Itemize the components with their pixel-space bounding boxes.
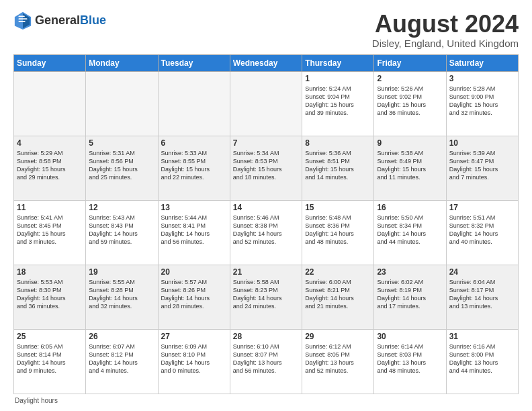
table-cell: 17Sunrise: 5:51 AM Sunset: 8:32 PM Dayli… — [446, 200, 518, 265]
day-info: Sunrise: 6:16 AM Sunset: 8:00 PM Dayligh… — [449, 342, 515, 375]
day-info: Sunrise: 5:29 AM Sunset: 8:58 PM Dayligh… — [17, 149, 83, 182]
day-info: Sunrise: 5:50 AM Sunset: 8:34 PM Dayligh… — [377, 214, 443, 246]
day-number: 11 — [17, 203, 83, 212]
table-cell: 23Sunrise: 6:02 AM Sunset: 8:19 PM Dayli… — [374, 265, 446, 329]
day-info: Sunrise: 5:41 AM Sunset: 8:45 PM Dayligh… — [17, 214, 83, 246]
table-cell: 4Sunrise: 5:29 AM Sunset: 8:58 PM Daylig… — [14, 136, 86, 200]
logo-text: GeneralBlue — [35, 13, 106, 28]
table-cell: 6Sunrise: 5:33 AM Sunset: 8:55 PM Daylig… — [158, 136, 230, 200]
table-cell — [86, 71, 158, 136]
day-number: 1 — [305, 74, 371, 83]
table-cell: 1Sunrise: 5:24 AM Sunset: 9:04 PM Daylig… — [302, 71, 374, 136]
table-cell: 9Sunrise: 5:38 AM Sunset: 8:49 PM Daylig… — [374, 136, 446, 200]
day-number: 23 — [377, 267, 443, 277]
col-saturday: Saturday — [446, 54, 518, 71]
table-cell: 31Sunrise: 6:16 AM Sunset: 8:00 PM Dayli… — [446, 329, 518, 394]
day-info: Sunrise: 5:39 AM Sunset: 8:47 PM Dayligh… — [449, 149, 515, 182]
day-number: 28 — [233, 332, 299, 341]
table-row: 25Sunrise: 6:05 AM Sunset: 8:14 PM Dayli… — [14, 329, 519, 394]
day-info: Sunrise: 5:31 AM Sunset: 8:56 PM Dayligh… — [89, 149, 154, 182]
day-number: 9 — [377, 138, 443, 148]
day-info: Sunrise: 6:00 AM Sunset: 8:21 PM Dayligh… — [305, 278, 371, 311]
col-friday: Friday — [374, 54, 446, 71]
calendar-table: Sunday Monday Tuesday Wednesday Thursday… — [13, 54, 519, 394]
day-number: 22 — [305, 267, 371, 277]
table-cell: 20Sunrise: 5:57 AM Sunset: 8:26 PM Dayli… — [158, 265, 230, 329]
day-number: 13 — [161, 203, 227, 212]
table-cell: 29Sunrise: 6:12 AM Sunset: 8:05 PM Dayli… — [302, 329, 374, 394]
day-info: Sunrise: 6:09 AM Sunset: 8:10 PM Dayligh… — [161, 342, 227, 375]
table-cell — [158, 71, 230, 136]
month-year: August 2024 — [372, 11, 519, 38]
table-cell: 11Sunrise: 5:41 AM Sunset: 8:45 PM Dayli… — [14, 200, 86, 265]
table-cell — [14, 71, 86, 136]
table-cell: 18Sunrise: 5:53 AM Sunset: 8:30 PM Dayli… — [14, 265, 86, 329]
table-cell: 19Sunrise: 5:55 AM Sunset: 8:28 PM Dayli… — [86, 265, 158, 329]
svg-rect-3 — [18, 18, 27, 19]
day-info: Sunrise: 5:38 AM Sunset: 8:49 PM Dayligh… — [377, 149, 443, 182]
day-number: 8 — [305, 138, 371, 148]
day-info: Sunrise: 5:33 AM Sunset: 8:55 PM Dayligh… — [161, 149, 227, 182]
location: Disley, England, United Kingdom — [372, 38, 519, 49]
day-number: 3 — [449, 74, 515, 83]
table-row: 11Sunrise: 5:41 AM Sunset: 8:45 PM Dayli… — [14, 200, 519, 265]
day-info: Sunrise: 6:12 AM Sunset: 8:05 PM Dayligh… — [305, 342, 371, 375]
day-info: Sunrise: 5:34 AM Sunset: 8:53 PM Dayligh… — [233, 149, 299, 182]
day-number: 21 — [233, 267, 299, 277]
day-number: 31 — [449, 332, 515, 341]
day-info: Sunrise: 5:58 AM Sunset: 8:23 PM Dayligh… — [233, 278, 299, 311]
header: GeneralBlue August 2024 Disley, England,… — [13, 11, 519, 49]
day-info: Sunrise: 6:07 AM Sunset: 8:12 PM Dayligh… — [89, 342, 154, 375]
table-cell: 2Sunrise: 5:26 AM Sunset: 9:02 PM Daylig… — [374, 71, 446, 136]
header-row: Sunday Monday Tuesday Wednesday Thursday… — [14, 54, 519, 71]
day-number: 5 — [89, 138, 154, 148]
day-number: 20 — [161, 267, 227, 277]
table-cell: 28Sunrise: 6:10 AM Sunset: 8:07 PM Dayli… — [230, 329, 302, 394]
day-info: Sunrise: 6:10 AM Sunset: 8:07 PM Dayligh… — [233, 342, 299, 375]
table-row: 18Sunrise: 5:53 AM Sunset: 8:30 PM Dayli… — [14, 265, 519, 329]
day-info: Sunrise: 6:05 AM Sunset: 8:14 PM Dayligh… — [17, 342, 83, 375]
day-number: 29 — [305, 332, 371, 341]
day-number: 24 — [449, 267, 515, 277]
col-thursday: Thursday — [302, 54, 374, 71]
table-cell: 26Sunrise: 6:07 AM Sunset: 8:12 PM Dayli… — [86, 329, 158, 394]
table-cell: 12Sunrise: 5:43 AM Sunset: 8:43 PM Dayli… — [86, 200, 158, 265]
table-cell: 3Sunrise: 5:28 AM Sunset: 9:00 PM Daylig… — [446, 71, 518, 136]
day-info: Sunrise: 5:57 AM Sunset: 8:26 PM Dayligh… — [161, 278, 227, 311]
logo-icon — [13, 11, 32, 30]
day-number: 10 — [449, 138, 515, 148]
day-number: 15 — [305, 203, 371, 212]
page: GeneralBlue August 2024 Disley, England,… — [0, 0, 532, 411]
day-info: Sunrise: 5:44 AM Sunset: 8:41 PM Dayligh… — [161, 214, 227, 246]
svg-rect-4 — [18, 21, 25, 22]
table-cell: 21Sunrise: 5:58 AM Sunset: 8:23 PM Dayli… — [230, 265, 302, 329]
logo-blue: Blue — [80, 13, 106, 27]
day-number: 14 — [233, 203, 299, 212]
table-cell: 7Sunrise: 5:34 AM Sunset: 8:53 PM Daylig… — [230, 136, 302, 200]
col-wednesday: Wednesday — [230, 54, 302, 71]
day-number: 18 — [17, 267, 83, 277]
day-number: 25 — [17, 332, 83, 341]
table-cell: 24Sunrise: 6:04 AM Sunset: 8:17 PM Dayli… — [446, 265, 518, 329]
day-info: Sunrise: 5:46 AM Sunset: 8:38 PM Dayligh… — [233, 214, 299, 246]
svg-rect-2 — [18, 15, 24, 17]
day-info: Sunrise: 5:28 AM Sunset: 9:00 PM Dayligh… — [449, 85, 515, 118]
day-info: Sunrise: 6:02 AM Sunset: 8:19 PM Dayligh… — [377, 278, 443, 311]
day-number: 7 — [233, 138, 299, 148]
day-info: Sunrise: 5:36 AM Sunset: 8:51 PM Dayligh… — [305, 149, 371, 182]
day-info: Sunrise: 5:26 AM Sunset: 9:02 PM Dayligh… — [377, 85, 443, 118]
day-info: Sunrise: 5:51 AM Sunset: 8:32 PM Dayligh… — [449, 214, 515, 246]
day-number: 6 — [161, 138, 227, 148]
table-cell: 25Sunrise: 6:05 AM Sunset: 8:14 PM Dayli… — [14, 329, 86, 394]
table-cell: 22Sunrise: 6:00 AM Sunset: 8:21 PM Dayli… — [302, 265, 374, 329]
table-row: 1Sunrise: 5:24 AM Sunset: 9:04 PM Daylig… — [14, 71, 519, 136]
day-number: 27 — [161, 332, 227, 341]
day-number: 4 — [17, 138, 83, 148]
day-number: 12 — [89, 203, 154, 212]
table-cell: 27Sunrise: 6:09 AM Sunset: 8:10 PM Dayli… — [158, 329, 230, 394]
table-cell: 15Sunrise: 5:48 AM Sunset: 8:36 PM Dayli… — [302, 200, 374, 265]
col-sunday: Sunday — [14, 54, 86, 71]
table-cell: 30Sunrise: 6:14 AM Sunset: 8:03 PM Dayli… — [374, 329, 446, 394]
day-number: 30 — [377, 332, 443, 341]
day-info: Sunrise: 6:14 AM Sunset: 8:03 PM Dayligh… — [377, 342, 443, 375]
